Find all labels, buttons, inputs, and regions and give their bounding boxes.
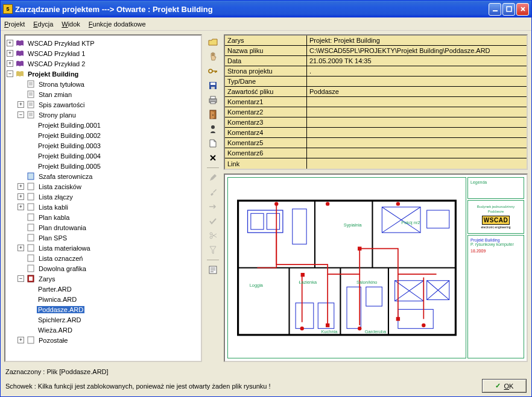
svg-point-65 (300, 327, 304, 330)
prop-value[interactable] (307, 77, 527, 87)
tree-item[interactable]: Projekt Building.0001 (37, 122, 102, 129)
prop-value[interactable]: . (307, 66, 527, 77)
svg-rect-63 (326, 324, 329, 327)
tree-item[interactable]: Projekt Building.0004 (37, 152, 102, 160)
tree-item[interactable]: Lista zacisków (37, 183, 83, 190)
tree-item[interactable]: Projekt Building.0003 (37, 142, 102, 149)
prop-value[interactable] (307, 97, 527, 107)
tree-item-active-project[interactable]: Projekt Building (27, 70, 80, 78)
menu-extras[interactable]: Funkcje dodatkowe (89, 20, 146, 28)
page-icon (26, 80, 36, 89)
svg-rect-4 (28, 101, 34, 108)
svg-rect-47 (296, 303, 314, 328)
tree-item[interactable]: WSCAD Przykład 1 (27, 50, 86, 57)
check-icon: ✓ (495, 382, 501, 390)
prop-value[interactable] (307, 138, 527, 148)
tree-item[interactable]: Lista złączy (37, 193, 74, 201)
expand-toggle[interactable]: + (17, 193, 24, 200)
hand-button[interactable] (206, 50, 220, 63)
page-icon (26, 244, 36, 252)
prop-value[interactable] (307, 128, 527, 138)
tree-item[interactable]: Stan zmian (37, 91, 73, 98)
svg-rect-8 (28, 193, 34, 200)
svg-rect-6 (28, 173, 34, 180)
svg-point-59 (326, 202, 329, 205)
prop-value[interactable]: 21.05.2009 TK 14:35 (307, 56, 527, 66)
tree-item[interactable]: Spis zawartości (37, 101, 86, 108)
prop-value[interactable] (307, 148, 527, 158)
svg-point-67 (422, 324, 425, 327)
prop-value[interactable]: Projekt: Projekt Building (307, 36, 527, 46)
expand-toggle[interactable]: − (17, 275, 24, 282)
tree-item[interactable]: Spichlerz.ARD (37, 316, 83, 324)
tree-item[interactable]: Zarys (37, 275, 57, 283)
page-icon (26, 264, 36, 273)
tree-item[interactable]: Lista oznaczeń (37, 255, 84, 262)
properties-button[interactable] (206, 263, 220, 277)
prop-value[interactable]: Poddasze (307, 87, 527, 97)
status-selected: Zaznaczony : Plik [Poddasze.ARD] (5, 368, 527, 375)
expand-toggle[interactable]: + (7, 50, 13, 57)
tree-item[interactable]: Plan drutowania (37, 224, 87, 231)
project-tree[interactable]: +WSCAD Przykład KTP +WSCAD Przykład 1 +W… (4, 34, 202, 362)
tree-item[interactable]: Strona tytułowa (37, 81, 86, 88)
maximize-button[interactable] (502, 3, 515, 16)
project-management-window: 5 Zarządzanie projektem ---> Otwarte : P… (0, 0, 532, 397)
expand-toggle[interactable]: + (17, 245, 24, 251)
tree-item[interactable]: Strony planu (37, 111, 77, 119)
brush-button (206, 186, 220, 199)
tree-item[interactable]: WSCAD Przykład 2 (27, 60, 86, 67)
prop-key: Komentarz2 (225, 107, 307, 117)
person-button[interactable] (206, 122, 220, 136)
tree-item[interactable]: Projekt Building.0002 (37, 132, 102, 139)
new-page-button[interactable] (206, 137, 220, 150)
print-button[interactable] (206, 93, 220, 107)
prop-value[interactable] (307, 117, 527, 128)
door-button[interactable] (206, 108, 220, 121)
svg-rect-50 (366, 287, 382, 306)
prop-key: Zawartość pliku (225, 87, 307, 97)
expand-toggle[interactable]: + (17, 204, 24, 210)
expand-toggle[interactable]: + (7, 60, 13, 67)
key-button[interactable] (206, 64, 220, 78)
tree-item-selected[interactable]: Poddasze.ARD (37, 306, 84, 313)
open-project-icon (15, 70, 25, 78)
tree-item[interactable]: Piwnica.ARD (37, 296, 78, 303)
prop-value[interactable] (307, 107, 527, 117)
tree-item[interactable]: Plan kabla (37, 214, 71, 221)
titlebar[interactable]: 5 Zarządzanie projektem ---> Otwarte : P… (1, 1, 531, 17)
expand-toggle[interactable]: + (17, 183, 24, 190)
svg-rect-22 (211, 87, 215, 89)
tree-item[interactable]: Wieża.ARD (37, 327, 74, 334)
expand-toggle[interactable]: − (7, 70, 13, 77)
tree-item[interactable]: Lista materiałowa (37, 245, 92, 252)
svg-text:Łazienka: Łazienka (299, 280, 317, 285)
delete-button[interactable] (206, 151, 220, 164)
ok-button[interactable]: ✓ OK (482, 379, 527, 393)
expand-toggle[interactable]: + (17, 101, 24, 108)
open-folder-button[interactable] (206, 36, 220, 49)
tree-item[interactable]: WSCAD Przykład KTP (27, 40, 96, 47)
tree-item[interactable]: Lista kabli (37, 204, 69, 211)
tree-item[interactable]: Szafa sterownicza (37, 173, 93, 180)
expand-toggle[interactable]: + (17, 337, 24, 343)
tree-item[interactable]: Projekt Building.0005 (37, 163, 102, 170)
close-button[interactable] (516, 3, 529, 16)
page-icon (26, 224, 36, 232)
tree-item[interactable]: Pozostałe (37, 337, 69, 344)
tree-item[interactable]: Plan SPS (37, 234, 68, 242)
menu-edit[interactable]: Edycja (33, 20, 53, 28)
minimize-button[interactable] (489, 3, 501, 16)
expand-toggle[interactable]: + (7, 40, 13, 46)
menu-project[interactable]: Projekt (4, 20, 25, 28)
tree-item[interactable]: Parter.ARD (37, 286, 73, 293)
tree-item[interactable]: Dowolna grafika (37, 265, 87, 272)
vertical-toolbar (204, 34, 221, 362)
save-button[interactable] (206, 79, 220, 92)
prop-key: Nazwa pliku (225, 46, 307, 56)
menu-view[interactable]: Widok (62, 20, 80, 28)
prop-value[interactable] (307, 158, 527, 169)
prop-value[interactable]: C:\WSCAD55PL\PROJEKTY\Projekt Building\P… (307, 46, 527, 56)
expand-toggle[interactable]: − (17, 111, 24, 118)
page-icon (26, 172, 36, 181)
